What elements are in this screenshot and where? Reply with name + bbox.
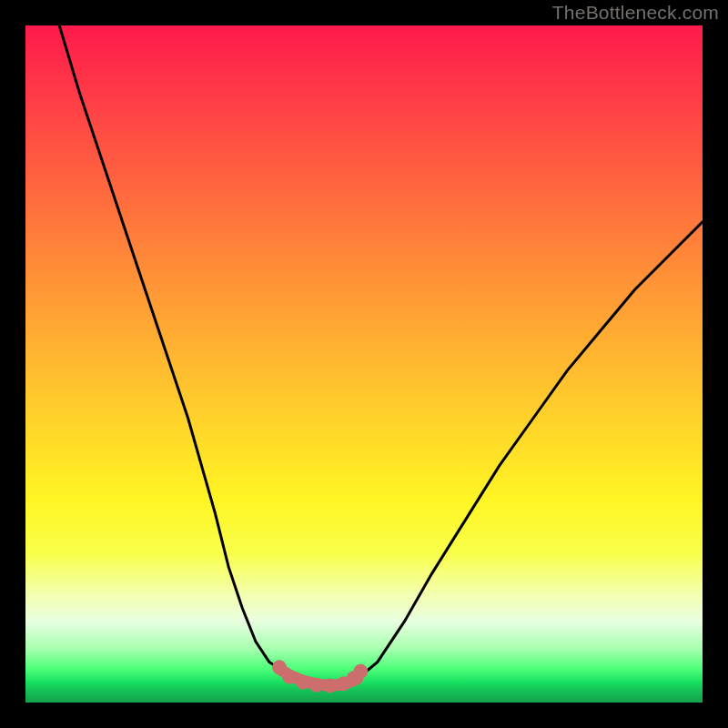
curve-marker: [323, 678, 338, 693]
bottleneck-curve-svg: [25, 25, 703, 703]
watermark-text: TheBottleneck.com: [552, 2, 719, 24]
curve-left-branch: [59, 25, 279, 669]
curve-marker: [296, 675, 310, 690]
curve-marker: [353, 664, 368, 679]
curve-marker: [282, 670, 297, 684]
curve-marker: [309, 678, 324, 693]
curve-right-branch: [358, 222, 703, 679]
chart-container: TheBottleneck.com: [0, 0, 728, 728]
marker-group: [272, 660, 368, 693]
plot-area: [25, 25, 703, 703]
